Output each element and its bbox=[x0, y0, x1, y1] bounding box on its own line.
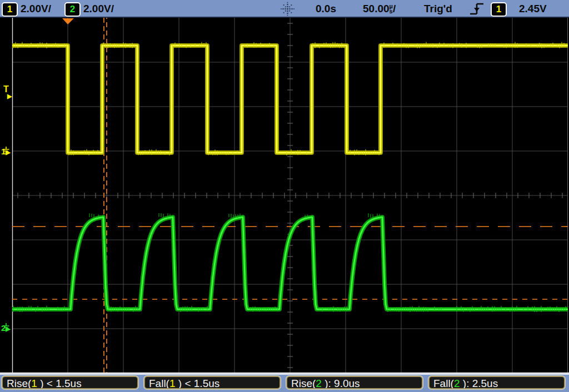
trigger-marker-label: T bbox=[3, 85, 12, 93]
measurement-rise-ch1[interactable]: Rise(1 ) < 1.5us bbox=[2, 376, 138, 389]
channel-1-badge[interactable]: 1 bbox=[2, 2, 18, 17]
status-bar: 1 2.00V/ 2 2.00V/ 0.0s 50.00µs/ Trig'd 1… bbox=[0, 0, 569, 18]
waveform-display: T ▶ 1▶ 2▶ bbox=[0, 18, 569, 373]
meas-value: ): 9.0us bbox=[322, 378, 360, 389]
channel-2-badge[interactable]: 2 bbox=[64, 2, 81, 17]
falling-edge-icon[interactable] bbox=[470, 2, 485, 16]
meas-channel: 2 bbox=[454, 378, 460, 389]
channel-2-scale[interactable]: 2.00V/ bbox=[83, 2, 114, 16]
timebase-readout[interactable]: 50.00µs/ bbox=[363, 2, 396, 16]
trigger-source-badge[interactable]: 1 bbox=[491, 2, 507, 17]
measurement-bar: Rise(1 ) < 1.5us Fall(1 ) < 1.5us Rise(2… bbox=[0, 373, 569, 392]
channel-2-ground-marker[interactable]: 2▶ bbox=[1, 323, 11, 333]
channel-1-scale[interactable]: 2.00V/ bbox=[21, 2, 51, 16]
channel-2-ground-icon bbox=[2, 323, 10, 331]
measurement-fall-ch1[interactable]: Fall(1 ) < 1.5us bbox=[144, 376, 281, 389]
waveform-svg bbox=[0, 18, 569, 373]
timebase-value: 50.00 bbox=[363, 3, 390, 14]
meas-value: ) < 1.5us bbox=[37, 378, 82, 389]
meas-func: Rise( bbox=[7, 378, 31, 389]
meas-value: ): 2.5us bbox=[460, 378, 498, 389]
meas-func: Fall( bbox=[433, 378, 454, 389]
acquisition-star-svg bbox=[280, 2, 295, 16]
meas-func: Fall( bbox=[149, 378, 169, 389]
trigger-level-marker[interactable]: T ▶ bbox=[3, 85, 12, 99]
meas-channel: 1 bbox=[31, 378, 37, 389]
oscilloscope-screen: 1 2.00V/ 2 2.00V/ 0.0s 50.00µs/ Trig'd 1… bbox=[0, 0, 569, 392]
trigger-marker-arrow-icon: ▶ bbox=[7, 93, 12, 99]
channel-1-ground-icon bbox=[2, 147, 10, 154]
trigger-status: Trig'd bbox=[424, 2, 452, 16]
meas-func: Rise( bbox=[291, 378, 316, 389]
meas-channel: 1 bbox=[169, 378, 176, 389]
trigger-level-readout[interactable]: 2.45V bbox=[519, 2, 547, 16]
falling-edge-svg bbox=[470, 2, 485, 16]
measurement-rise-ch2[interactable]: Rise(2 ): 9.0us bbox=[286, 376, 423, 389]
measurement-fall-ch2[interactable]: Fall(2 ): 2.5us bbox=[428, 376, 565, 389]
channel-1-ground-marker[interactable]: 1▶ bbox=[1, 147, 11, 157]
meas-value: ) < 1.5us bbox=[176, 378, 220, 389]
timebase-slash: / bbox=[393, 3, 396, 14]
acquisition-star-icon bbox=[280, 2, 295, 15]
meas-channel: 2 bbox=[316, 378, 322, 389]
delay-readout[interactable]: 0.0s bbox=[316, 2, 336, 16]
